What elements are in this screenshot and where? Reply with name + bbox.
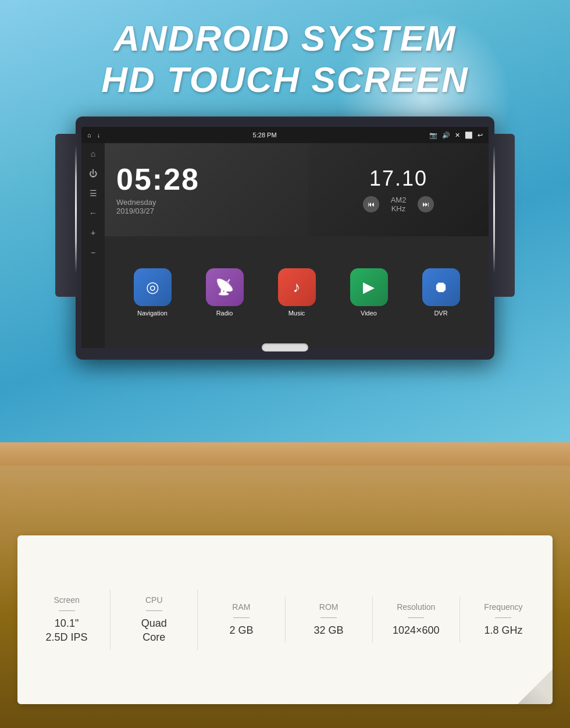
home-button[interactable] [262,343,308,351]
home-icon: ⌂ [87,132,91,139]
app-icon-music[interactable]: ♪ Music [278,268,316,317]
clock-day: Wednesday [116,198,297,207]
clock-date: 2019/03/27 [116,207,297,215]
spec-label-3: ROM [319,602,339,612]
app-icon-radio[interactable]: 📡 Radio [206,268,244,317]
status-left: ⌂ ↓ [87,132,100,139]
media-bar: 05:28 Wednesday 2019/03/27 17.10 ⏮ AM2 [105,143,489,236]
spec-label-2: RAM [232,602,250,612]
app-icon-video[interactable]: ▶ Video [350,268,388,317]
nav-vol-up-icon[interactable]: + [87,227,99,239]
app-icon-dvr[interactable]: ⏺ DVR [422,268,460,317]
app-label-radio: Radio [216,310,233,317]
screen-content: ⌂ ⏻ ☰ ← + − 05:28 Wednesday 2019 [81,143,489,348]
volume-icon: 🔊 [442,132,450,139]
screen-main: 05:28 Wednesday 2019/03/27 17.10 ⏮ AM2 [105,143,489,348]
radio-info: AM2 KHz [391,196,407,213]
spec-item-ram: RAM 2 GB [198,596,285,643]
app-icon-navigation[interactable]: ◎ Navigation [134,268,172,317]
spec-value-3: 32 GB [314,624,344,637]
headline: ANDROID SYSTEM HD TOUCH SCREEN [0,17,570,100]
spec-item-cpu: CPU QuadCore [111,589,198,650]
touchscreen[interactable]: ⌂ ↓ 5:28 PM 📷 🔊 ✕ ⬜ ↩ ⌂ ⏻ ☰ [81,127,489,348]
spec-value-5: 1.8 GHz [484,624,522,637]
radio-controls: ⏮ AM2 KHz ⏭ [363,196,434,213]
head-unit: ⌂ ↓ 5:28 PM 📷 🔊 ✕ ⬜ ↩ ⌂ ⏻ ☰ [76,116,494,360]
nav-back-icon[interactable]: ← [87,207,99,219]
headline-line1: ANDROID SYSTEM [0,17,570,59]
nav-home-icon[interactable]: ⌂ [87,148,99,159]
status-right: 📷 🔊 ✕ ⬜ ↩ [429,132,483,139]
spec-divider-1 [146,610,162,611]
fin-left [55,134,81,297]
app-img-dvr: ⏺ [422,268,460,306]
nav-sidebar: ⌂ ⏻ ☰ ← + − [81,143,105,348]
apps-grid: ◎ Navigation 📡 Radio ♪ Music ▶ Video ⏺ D… [105,236,489,348]
radio-unit: KHz [391,204,406,213]
app-label-dvr: DVR [434,310,447,317]
spec-divider-2 [233,617,250,618]
spec-item-rom: ROM 32 GB [286,596,373,643]
spec-divider-5 [495,617,511,618]
radio-frequency: 17.10 [369,166,428,191]
spec-divider-0 [59,610,75,611]
shelf-top [0,442,570,466]
close-icon: ✕ [455,132,460,139]
head-unit-bezel: ⌂ ↓ 5:28 PM 📷 🔊 ✕ ⬜ ↩ ⌂ ⏻ ☰ [76,116,494,360]
spec-value-0: 10.1"2.5D IPS [46,617,88,644]
spec-value-2: 2 GB [229,624,253,637]
nav-menu-icon[interactable]: ☰ [87,187,99,199]
app-img-music: ♪ [278,268,316,306]
app-label-navigation: Navigation [137,310,168,317]
status-time: 5:28 PM [253,132,277,139]
spec-value-4: 1024×600 [393,624,440,637]
app-img-radio: 📡 [206,268,244,306]
radio-band: AM2 [391,196,407,204]
status-bar: ⌂ ↓ 5:28 PM 📷 🔊 ✕ ⬜ ↩ [81,127,489,143]
radio-section: 17.10 ⏮ AM2 KHz ⏭ [308,143,489,236]
app-label-video: Video [361,310,377,317]
app-img-navigation: ◎ [134,268,172,306]
spec-divider-4 [408,617,424,618]
spec-item-screen: Screen 10.1"2.5D IPS [23,589,111,650]
spec-value-1: QuadCore [141,617,167,644]
app-img-video: ▶ [350,268,388,306]
camera-icon: 📷 [429,132,437,139]
spec-item-resolution: Resolution 1024×600 [373,596,460,643]
usb-icon: ↓ [97,132,101,139]
specs-card: Screen 10.1"2.5D IPS CPU QuadCore RAM 2 … [17,535,553,704]
spec-label-0: Screen [54,595,79,605]
fullscreen-icon: ⬜ [465,132,473,139]
radio-next-btn[interactable]: ⏭ [418,196,434,212]
clock-section: 05:28 Wednesday 2019/03/27 [105,143,308,236]
spec-label-1: CPU [145,595,163,605]
clock-time: 05:28 [116,164,297,194]
spec-item-frequency: Frequency 1.8 GHz [460,596,547,643]
app-label-music: Music [288,310,305,317]
spec-label-4: Resolution [397,602,435,612]
spec-divider-3 [320,617,337,618]
spec-label-5: Frequency [484,602,522,612]
nav-power-icon[interactable]: ⏻ [87,168,99,179]
headline-line2: HD TOUCH SCREEN [0,59,570,100]
radio-prev-btn[interactable]: ⏮ [363,196,379,212]
back-icon: ↩ [478,132,483,139]
fin-right [489,134,515,297]
nav-vol-down-icon[interactable]: − [87,247,99,258]
